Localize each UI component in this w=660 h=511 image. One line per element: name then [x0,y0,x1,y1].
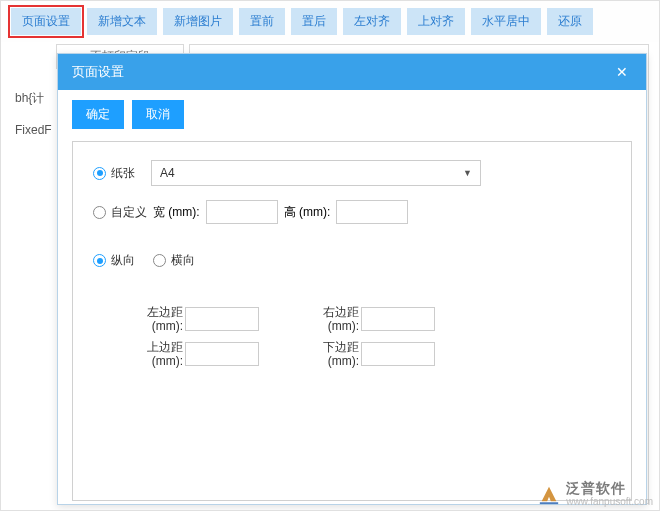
landscape-label: 横向 [171,252,195,269]
radio-icon [93,206,106,219]
dialog-title: 页面设置 [72,63,124,81]
orientation-row: 纵向 横向 [93,252,611,269]
page-setup-button[interactable]: 页面设置 [11,8,81,35]
center-horizontal-button[interactable]: 水平居中 [471,8,541,35]
width-label: 宽 (mm): [153,204,200,221]
margins-group: 左边距(mm): 上边距(mm): 右边距(mm): 下边距(mm): [129,305,611,369]
right-margin-input[interactable] [361,307,435,331]
custom-radio[interactable]: 自定义 [93,204,147,221]
align-top-button[interactable]: 上对齐 [407,8,465,35]
portrait-label: 纵向 [111,252,135,269]
top-margin-item: 上边距(mm): [129,340,259,369]
close-icon[interactable]: ✕ [612,64,632,80]
left-margin-item: 左边距(mm): [129,305,259,334]
portrait-radio[interactable]: 纵向 [93,252,135,269]
bottom-margin-label: 下边距(mm): [305,340,359,369]
chevron-down-icon: ▼ [463,168,472,178]
cancel-button[interactable]: 取消 [132,100,184,129]
top-margin-input[interactable] [185,342,259,366]
watermark-url: www.fanpusoft.com [566,496,653,507]
top-margin-label: 上边距(mm): [129,340,183,369]
radio-icon [93,167,106,180]
paper-radio-label: 纸张 [111,165,135,182]
watermark: 泛普软件 www.fanpusoft.com [538,481,653,507]
svg-rect-0 [540,502,558,504]
left-margin-input[interactable] [185,307,259,331]
restore-button[interactable]: 还原 [547,8,593,35]
bottom-margin-item: 下边距(mm): [305,340,435,369]
height-input[interactable] [336,200,408,224]
landscape-radio[interactable]: 横向 [153,252,195,269]
right-margin-item: 右边距(mm): [305,305,435,334]
margins-right-col: 右边距(mm): 下边距(mm): [305,305,435,369]
ok-button[interactable]: 确定 [72,100,124,129]
dialog-body: 纸张 A4 ▼ 自定义 宽 (mm): 高 (mm): 纵向 [72,141,632,501]
align-left-button[interactable]: 左对齐 [343,8,401,35]
watermark-text: 泛普软件 www.fanpusoft.com [566,481,653,507]
custom-size-row: 自定义 宽 (mm): 高 (mm): [93,200,611,224]
dialog-action-bar: 确定 取消 [58,90,646,141]
radio-icon [153,254,166,267]
watermark-brand: 泛普软件 [566,481,653,496]
paper-row: 纸张 A4 ▼ [93,160,611,186]
bring-front-button[interactable]: 置前 [239,8,285,35]
paper-radio[interactable]: 纸张 [93,165,135,182]
height-label: 高 (mm): [284,204,331,221]
radio-icon [93,254,106,267]
add-image-button[interactable]: 新增图片 [163,8,233,35]
send-back-button[interactable]: 置后 [291,8,337,35]
left-margin-label: 左边距(mm): [129,305,183,334]
paper-size-value: A4 [160,166,175,180]
paper-size-select[interactable]: A4 ▼ [151,160,481,186]
page-setup-dialog: 页面设置 ✕ 确定 取消 纸张 A4 ▼ 自定义 宽 (mm): 高 (mm): [57,53,647,505]
bottom-margin-input[interactable] [361,342,435,366]
add-text-button[interactable]: 新增文本 [87,8,157,35]
margins-left-col: 左边距(mm): 上边距(mm): [129,305,259,369]
logo-icon [538,483,560,505]
width-input[interactable] [206,200,278,224]
right-margin-label: 右边距(mm): [305,305,359,334]
dialog-header: 页面设置 ✕ [58,54,646,90]
custom-radio-label: 自定义 [111,204,147,221]
